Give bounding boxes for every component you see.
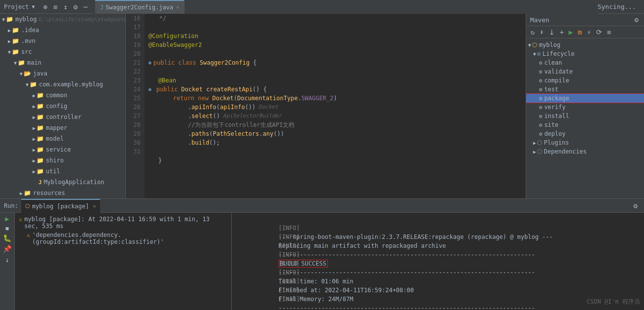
- java-label: java: [33, 70, 47, 77]
- line-num-23: 23: [130, 76, 141, 85]
- tree-service[interactable]: ▶ 📁 service: [0, 144, 125, 155]
- maven-package[interactable]: ⚙ package: [526, 94, 644, 103]
- tree-mapper[interactable]: ▶ 📁 mapper: [0, 122, 125, 133]
- sort-icon[interactable]: ↕: [62, 3, 69, 11]
- info-tag: [INFO]: [279, 278, 304, 285]
- dot: .: [259, 129, 263, 138]
- file-tab[interactable]: J Swagger2Config.java ✕: [95, 0, 185, 14]
- chain-token: .: [188, 112, 191, 120]
- maven-download-icon[interactable]: ⬇: [538, 28, 545, 36]
- run-play-icon[interactable]: ▶: [3, 215, 10, 223]
- tree-root[interactable]: ▼ 📁 myblog E:\planLife\study\studynote: [0, 14, 125, 25]
- settings-icon[interactable]: ⚙: [72, 3, 79, 11]
- dropdown-arrow[interactable]: ▼: [32, 4, 35, 9]
- line-num-24: 24: [130, 85, 141, 94]
- project-root-icon: 📁: [6, 16, 13, 23]
- hint-token: Docket: [258, 103, 278, 112]
- folder-icon: 📁: [18, 59, 25, 66]
- tree-controller[interactable]: ▶ 📁 controller: [0, 112, 125, 122]
- maven-lifecycle[interactable]: ▼ ⚙ Lifecycle: [526, 49, 644, 58]
- maven-run-icon[interactable]: ▶: [567, 28, 574, 36]
- folder-icon: 📁: [36, 146, 44, 153]
- maven-compile[interactable]: ⚙ compile: [526, 76, 644, 85]
- code-line-28: //为当前包下controller生成API文档: [148, 120, 522, 129]
- code-content[interactable]: */ @Configuration @EnableSwagger2 ◉ publ…: [144, 14, 526, 198]
- paren: () {: [252, 85, 267, 94]
- paren: (): [213, 112, 220, 120]
- gear-icon: ⚙: [539, 86, 542, 93]
- gear-icon: ⚙: [539, 60, 542, 66]
- tree-package[interactable]: ▼ 📁 com.example.myblog: [0, 79, 125, 90]
- tree-myblogapp[interactable]: J MyblogApplication: [0, 177, 125, 188]
- run-tab-icon: ⬡: [25, 203, 30, 209]
- tree-model[interactable]: ▶ 📁 model: [0, 133, 125, 144]
- maven-sync-icon[interactable]: ⟳: [595, 28, 604, 36]
- tree-resources[interactable]: ▶ 📁 resources: [0, 188, 125, 198]
- add-module-icon[interactable]: ⊕: [42, 3, 49, 11]
- tree-util[interactable]: ▶ 📁 util: [0, 166, 125, 177]
- run-settings-icon[interactable]: ⚙: [632, 202, 639, 210]
- tree-mvn[interactable]: ▶ 📁 .mvn: [0, 36, 125, 46]
- project-label: Project: [4, 3, 29, 10]
- info-tag: [INFO]: [279, 260, 304, 267]
- maven-clean[interactable]: ⚙ clean: [526, 58, 644, 67]
- maven-deploy[interactable]: ⚙ deploy: [526, 129, 644, 138]
- tree-main[interactable]: ▼ 📁 main: [0, 57, 125, 68]
- maven-validate-label: validate: [544, 68, 573, 75]
- run-tab-close[interactable]: ✕: [93, 203, 96, 209]
- expand-arrow: ▼: [528, 42, 531, 48]
- run-stop-icon[interactable]: ■: [4, 226, 10, 231]
- maven-site-label: site: [544, 121, 559, 128]
- paren: (: [216, 103, 220, 112]
- run-tab-label: myblog [package]: [32, 203, 89, 210]
- maven-refresh-icon[interactable]: ↻: [529, 28, 536, 36]
- code-line-22: [148, 67, 522, 76]
- bottom-panel: Run: ⬡ myblog [package] ✕ ⚙ ▶ ■ 🐛 📌 ↓: [0, 198, 644, 310]
- tree-shiro[interactable]: ▶ 📁 shiro: [0, 155, 125, 166]
- tree-idea[interactable]: ▶ 📁 .idea: [0, 25, 125, 36]
- tree-java[interactable]: ▼ 📂 java: [0, 68, 125, 79]
- maven-collapse-icon[interactable]: ≡: [606, 28, 612, 36]
- tree-config[interactable]: ▶ 📁 config: [0, 101, 125, 112]
- method-token: build: [191, 138, 209, 147]
- maven-site[interactable]: ⚙ site: [526, 120, 644, 129]
- run-debug-icon[interactable]: 🐛: [1, 234, 13, 242]
- maven-verify[interactable]: ⚙ verify: [526, 103, 644, 112]
- code-line-24: ◉ public Docket createRestApi() {: [148, 85, 522, 94]
- chain-token: .: [188, 103, 191, 112]
- tab-close-icon[interactable]: ✕: [176, 4, 179, 10]
- run-scroll-icon[interactable]: ↓: [3, 256, 10, 264]
- run-tab-myblog[interactable]: ⬡ myblog [package] ✕: [21, 199, 100, 213]
- mapper-label: mapper: [46, 124, 67, 131]
- expand-arrow: ▶: [533, 140, 536, 146]
- log-text-2: Replacing main artifact with repackaged …: [279, 242, 446, 249]
- line-numbers: 16 17 18 19 20 21 22 23 24 25 26 27 28 2…: [126, 14, 144, 198]
- maven-plugins[interactable]: ▶ ⬡ Plugins: [526, 138, 644, 147]
- line-num-17: 17: [130, 23, 141, 32]
- maven-validate[interactable]: ⚙ validate: [526, 67, 644, 76]
- maven-myblog[interactable]: ▼ ⬡ myblog: [526, 40, 644, 49]
- tab-label: Swagger2Config.java: [106, 4, 173, 11]
- maven-install[interactable]: ⚙ install: [526, 112, 644, 120]
- maven-dependencies[interactable]: ▶ ⬡ Dependencies: [526, 147, 644, 156]
- maven-download-sources-icon[interactable]: ⤓: [547, 28, 556, 36]
- run-pin-icon[interactable]: 📌: [1, 245, 13, 253]
- tree-src[interactable]: ▼ 📁 src: [0, 46, 125, 57]
- collapse-all-icon[interactable]: ≡: [52, 3, 59, 11]
- watermark: CSDN @I'm 程序员: [587, 298, 640, 306]
- run-tree-root[interactable]: ⚠ myblog [package]: At 2022-04-11 16:59 …: [17, 215, 229, 231]
- maven-skip-icon[interactable]: ⚡: [585, 28, 592, 36]
- tree-common[interactable]: ▶ 📁 common: [0, 90, 125, 101]
- run-tab-bar: Run: ⬡ myblog [package] ✕ ⚙: [0, 199, 644, 213]
- chain-token: .: [188, 129, 191, 138]
- run-tree-warn[interactable]: ⚠ 'dependencies.dependency.(groupId:arti…: [17, 231, 229, 246]
- maven-test[interactable]: ⚙ test: [526, 85, 644, 94]
- minimize-icon[interactable]: ─: [82, 3, 89, 11]
- java-folder-icon: 📂: [24, 70, 31, 77]
- maven-add-icon[interactable]: +: [558, 28, 565, 36]
- maven-m-icon[interactable]: m: [576, 28, 583, 36]
- cmt-token: //为当前包下controller生成API文档: [188, 120, 294, 129]
- line-num-21: 21: [130, 58, 141, 67]
- maven-settings-icon[interactable]: ⚙: [633, 16, 640, 24]
- brace-token: }: [158, 156, 162, 165]
